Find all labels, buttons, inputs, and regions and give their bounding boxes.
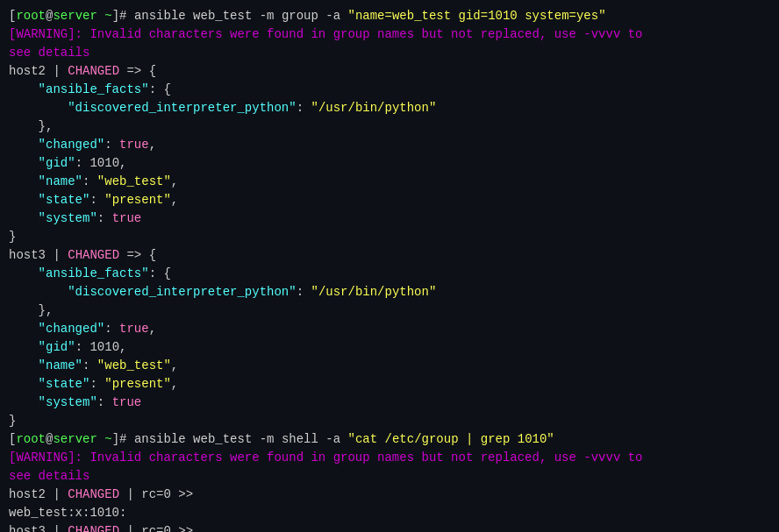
host3-rc-line: host3 | CHANGED | rc=0 >> xyxy=(9,522,770,532)
terminal: [root@server ~]# ansible web_test -m gro… xyxy=(0,0,779,532)
host3-state-val: "state": "present", xyxy=(9,375,770,394)
host2-ansible-facts-open: "ansible_facts": { xyxy=(9,81,770,99)
host2-dip: "discovered_interpreter_python": "/usr/b… xyxy=(9,99,770,117)
host2-close-brace: } xyxy=(9,228,770,246)
host3-dip: "discovered_interpreter_python": "/usr/b… xyxy=(9,283,770,301)
host3-system-val: "system": true xyxy=(9,394,770,412)
host3-gid-val: "gid": 1010, xyxy=(9,338,770,357)
host2-data: web_test:x:1010: xyxy=(9,504,770,522)
host3-changed-val: "changed": true, xyxy=(9,320,770,338)
host2-changed-val: "changed": true, xyxy=(9,136,770,154)
host2-changed-header: host2 | CHANGED => { xyxy=(9,62,770,81)
host3-name-val: "name": "web_test", xyxy=(9,357,770,375)
host3-ansible-facts-close: }, xyxy=(9,301,770,320)
command-line-2: [root@server ~]# ansible web_test -m she… xyxy=(9,430,770,449)
host2-ansible-facts-close: }, xyxy=(9,117,770,136)
command-line-1: [root@server ~]# ansible web_test -m gro… xyxy=(9,7,770,25)
host2-gid-val: "gid": 1010, xyxy=(9,154,770,173)
warning-line-2b: see details xyxy=(9,467,770,486)
warning-line-2a: [WARNING]: Invalid characters were found… xyxy=(9,449,770,467)
host2-system-val: "system": true xyxy=(9,209,770,228)
warning-line-1a: [WARNING]: Invalid characters were found… xyxy=(9,25,770,44)
host3-ansible-facts-open: "ansible_facts": { xyxy=(9,265,770,283)
host2-state-val: "state": "present", xyxy=(9,191,770,209)
host2-name-val: "name": "web_test", xyxy=(9,173,770,191)
host3-changed-header: host3 | CHANGED => { xyxy=(9,246,770,265)
host3-close-brace: } xyxy=(9,412,770,430)
host2-rc-line: host2 | CHANGED | rc=0 >> xyxy=(9,486,770,504)
warning-line-1b: see details xyxy=(9,44,770,62)
